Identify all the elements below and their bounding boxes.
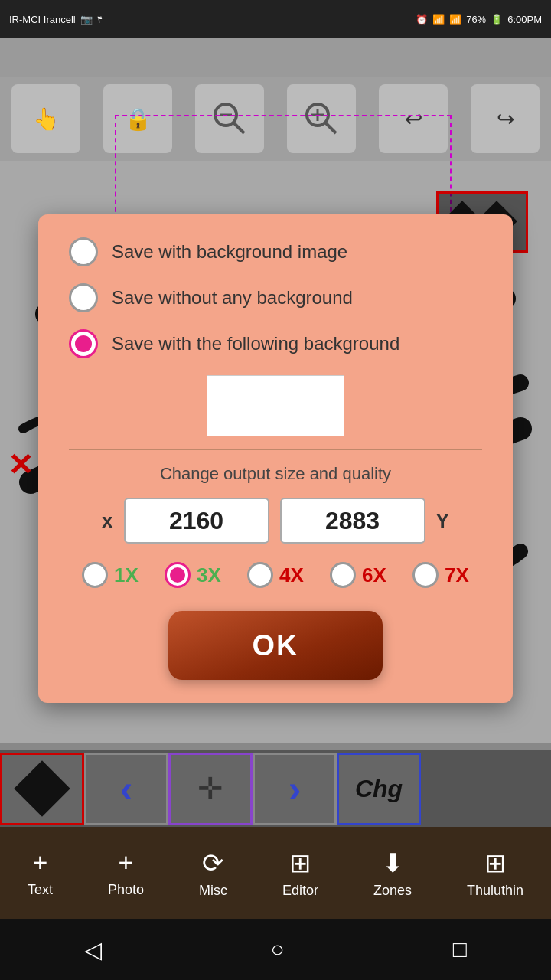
zones-tool[interactable]: ⬇ Zones [373, 848, 412, 899]
signal-bars-icon: 📶 [432, 14, 445, 25]
save-with-following-bg-option[interactable]: Save with the following background [69, 329, 482, 358]
width-input[interactable] [124, 498, 269, 544]
battery-icon: 🔋 [491, 14, 503, 25]
thuluthin-icon: ⊞ [484, 848, 506, 878]
mult-4x-radio[interactable] [247, 562, 273, 588]
save-no-bg-label: Save without any background [112, 287, 353, 309]
close-x-button[interactable]: ✕ [8, 447, 34, 482]
status-right: ⏰ 📶 📶 76% 🔋 6:00PM [416, 14, 542, 25]
background-color-preview[interactable] [207, 375, 344, 436]
chg-label: Chg [355, 775, 403, 803]
misc-tool[interactable]: ⟳ Misc [199, 848, 227, 899]
alarm-icon: ⏰ [416, 14, 428, 25]
misc-label: Misc [199, 883, 227, 899]
y-label: Y [436, 509, 449, 533]
zoom-out-button[interactable] [195, 84, 264, 153]
mult-6x-radio[interactable] [330, 562, 356, 588]
editor-label: Editor [282, 883, 318, 899]
mult-6x-label: 6X [362, 564, 386, 587]
hand-tool-button[interactable]: 👆 [11, 84, 80, 153]
mult-4x-label: 4X [279, 564, 304, 587]
home-nav-button[interactable]: ○ [255, 929, 299, 970]
system-nav-bar: ◁ ○ □ [0, 919, 551, 980]
mult-1x-radio[interactable] [82, 562, 108, 588]
redo-button[interactable]: ↪ [471, 84, 540, 153]
bottom-thumbnails: ‹ ✛ › Chg [0, 750, 551, 827]
misc-icon: ⟳ [202, 848, 223, 878]
forward-arrow-icon: › [289, 766, 302, 811]
svg-line-4 [325, 122, 336, 133]
thumb-diamond[interactable] [0, 753, 84, 825]
mult-3x-radio[interactable] [165, 562, 191, 588]
mult-3x-option[interactable]: 3X [165, 562, 221, 588]
divider [69, 449, 482, 450]
save-dialog: Save with background image Save without … [38, 214, 513, 703]
mult-4x-option[interactable]: 4X [247, 562, 304, 588]
signal-bars2-icon: 📶 [449, 14, 461, 25]
output-size-label: Change output size and quality [69, 464, 482, 484]
photo-plus-icon: + [119, 848, 134, 877]
text-tool[interactable]: + Text [28, 848, 53, 898]
mult-1x-label: 1X [114, 564, 139, 587]
thumb-chg[interactable]: Chg [337, 753, 421, 825]
mult-6x-option[interactable]: 6X [330, 562, 386, 588]
battery-text: 76% [466, 14, 486, 25]
diamond-icon [14, 760, 70, 817]
zones-icon: ⬇ [382, 848, 403, 878]
thuluthin-label: Thuluthin [467, 883, 523, 899]
svg-line-1 [233, 122, 244, 133]
save-with-following-bg-label: Save with the following background [112, 333, 399, 354]
save-with-bg-label: Save with background image [112, 241, 347, 263]
mult-7x-radio[interactable] [412, 562, 439, 588]
save-with-bg-radio[interactable] [69, 237, 98, 266]
mult-1x-option[interactable]: 1X [82, 562, 139, 588]
thumb-back-arrow[interactable]: ‹ [84, 753, 168, 825]
undo-button[interactable]: ↩ [379, 84, 448, 153]
save-with-bg-option[interactable]: Save with background image [69, 237, 482, 266]
mult-7x-option[interactable]: 7X [412, 562, 469, 588]
zoom-in-button[interactable] [287, 84, 356, 153]
thumb-forward-arrow[interactable]: › [253, 753, 337, 825]
status-left: IR-MCI Irancell 📷 ۴ [9, 14, 103, 25]
thumb-move[interactable]: ✛ [168, 753, 253, 825]
photo-label: Photo [108, 882, 144, 898]
thuluthin-tool[interactable]: ⊞ Thuluthin [467, 848, 523, 899]
toolbar-row: 👆 🔒 ↩ ↪ [0, 77, 551, 161]
status-bar: IR-MCI Irancell 📷 ۴ ⏰ 📶 📶 76% 🔋 6:00PM [0, 0, 551, 38]
lock-button[interactable]: 🔒 [103, 84, 172, 153]
x-label: x [102, 509, 112, 533]
back-nav-button[interactable]: ◁ [69, 929, 117, 971]
save-no-bg-radio[interactable] [69, 283, 98, 312]
text-plus-icon: + [33, 848, 48, 877]
signal-icon: 📷 [80, 14, 93, 25]
move-icon: ✛ [197, 771, 223, 806]
photo-tool[interactable]: + Photo [108, 848, 144, 898]
save-with-following-bg-radio[interactable] [69, 329, 98, 358]
carrier-text: IR-MCI Irancell [9, 14, 76, 25]
size-inputs-row: x Y [69, 498, 482, 544]
back-arrow-icon: ‹ [120, 766, 133, 811]
save-no-bg-option[interactable]: Save without any background [69, 283, 482, 312]
mult-3x-label: 3X [197, 564, 221, 587]
editor-icon: ⊞ [289, 848, 311, 878]
multiplier-row: 1X 3X 4X 6X 7X [69, 562, 482, 588]
text-label: Text [28, 882, 53, 898]
arabic-char: ۴ [97, 14, 103, 25]
mult-7x-label: 7X [445, 564, 469, 587]
height-input[interactable] [280, 498, 425, 544]
recents-nav-button[interactable]: □ [438, 929, 482, 970]
editor-tool[interactable]: ⊞ Editor [282, 848, 318, 899]
time-text: 6:00PM [507, 14, 542, 25]
ok-button[interactable]: OK [168, 611, 383, 680]
zones-label: Zones [373, 883, 412, 899]
bottom-toolbar: + Text + Photo ⟳ Misc ⊞ Editor ⬇ Zones ⊞… [0, 827, 551, 919]
